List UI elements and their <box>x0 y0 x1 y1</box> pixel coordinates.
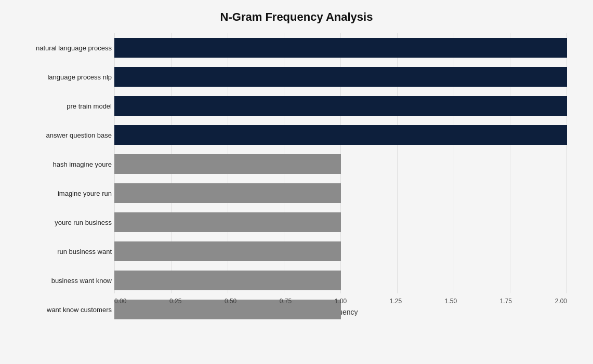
bar <box>114 67 567 87</box>
x-tick: 0.00 <box>114 298 126 305</box>
x-tick: 1.00 <box>335 298 347 305</box>
bar-label: business want know <box>10 277 112 285</box>
x-tick: 1.75 <box>500 298 512 305</box>
bar-row: imagine youre run <box>114 179 567 208</box>
x-tick: 0.25 <box>169 298 181 305</box>
bar-label: run business want <box>10 248 112 255</box>
bar-label: want know customers <box>10 306 112 314</box>
bar-row: answer question base <box>114 120 567 150</box>
bar <box>114 154 341 174</box>
chart-title: N-Gram Frequency Analysis <box>10 10 583 24</box>
x-tick: 0.75 <box>280 298 292 305</box>
chart-container: N-Gram Frequency Analysis natural langua… <box>0 0 593 364</box>
bar-row: hash imagine youre <box>114 150 567 179</box>
x-tick: 0.50 <box>225 298 236 305</box>
bar-row: natural language process <box>114 33 567 62</box>
x-tick: 1.25 <box>390 298 402 305</box>
bar-label: imagine youre run <box>10 190 112 197</box>
bar-row: youre run business <box>114 208 567 237</box>
bar <box>114 241 341 261</box>
bar-label: natural language process <box>10 44 112 52</box>
bar-row: language process nlp <box>114 62 567 91</box>
bar <box>114 183 341 203</box>
bar-row: pre train model <box>114 91 567 120</box>
bar <box>114 125 567 145</box>
bar <box>114 271 341 290</box>
bar-label: language process nlp <box>10 73 112 81</box>
bar-row: run business want <box>114 237 567 266</box>
bar <box>114 96 567 116</box>
x-tick: 2.00 <box>555 298 567 305</box>
bar-row: business want know <box>114 266 567 295</box>
bar <box>114 38 567 58</box>
bar-label: pre train model <box>10 102 112 110</box>
bar-label: youre run business <box>10 219 112 226</box>
bar-label: answer question base <box>10 131 112 139</box>
bar-label: hash imagine youre <box>10 160 112 168</box>
x-axis: 0.000.250.500.751.001.251.501.752.00 <box>10 298 583 305</box>
x-tick: 1.50 <box>445 298 457 305</box>
bars-container: natural language processlanguage process… <box>10 33 583 324</box>
bar <box>114 212 341 232</box>
